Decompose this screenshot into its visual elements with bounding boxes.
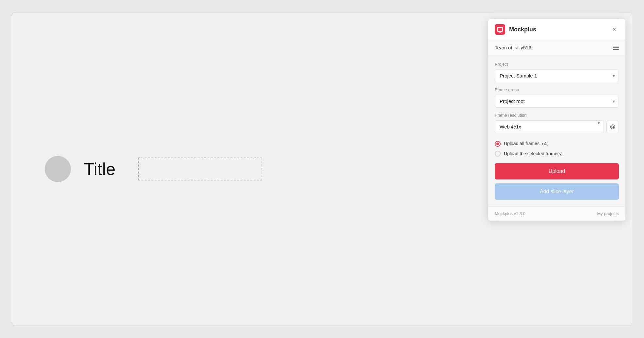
- resolution-select-wrapper: Web @1x Web @2x Mobile @1x Mobile @2x ▾: [495, 120, 604, 133]
- upload-options-group: Upload all frames（4） Upload the selected…: [495, 141, 619, 157]
- my-projects-link[interactable]: My projects: [597, 211, 619, 216]
- canvas-content: Title: [45, 156, 262, 182]
- project-select-wrapper: Project Sample 1 ▾: [495, 69, 619, 82]
- close-button[interactable]: ×: [610, 25, 619, 34]
- resolution-wrapper: Web @1x Web @2x Mobile @1x Mobile @2x ▾: [495, 120, 619, 133]
- mockplus-panel: Mockplus × Team of jialiy516 Project Pro…: [488, 19, 625, 221]
- menu-icon[interactable]: [613, 46, 619, 50]
- radio-all-frames-label: Upload all frames（4）: [504, 141, 551, 147]
- dashed-selection-box: [138, 158, 262, 180]
- frame-resolution-label: Frame resolution: [495, 113, 619, 118]
- frame-group-field: Frame group Project root ▾: [495, 87, 619, 108]
- panel-title: Mockplus: [509, 26, 606, 33]
- project-field-group: Project Project Sample 1 ▾: [495, 62, 619, 82]
- panel-header: Mockplus ×: [488, 19, 625, 40]
- mockplus-logo-icon: [495, 24, 505, 35]
- radio-selected-frames-label: Upload the selected frame(s): [504, 151, 563, 156]
- upload-button[interactable]: Upload: [495, 163, 619, 179]
- avatar: [45, 156, 71, 182]
- team-bar: Team of jialiy516: [488, 40, 625, 55]
- radio-selected-frames[interactable]: Upload the selected frame(s): [495, 151, 619, 157]
- app-window: Title Mockplus × Team of jialiy516: [12, 12, 632, 326]
- radio-selected-frames-circle: [495, 151, 501, 157]
- at-symbol-icon: [610, 124, 615, 129]
- frame-group-select-wrapper: Project root ▾: [495, 95, 619, 108]
- project-label: Project: [495, 62, 619, 67]
- frame-group-select[interactable]: Project root: [495, 95, 619, 108]
- project-select[interactable]: Project Sample 1: [495, 69, 619, 82]
- resolution-select[interactable]: Web @1x Web @2x Mobile @1x Mobile @2x: [495, 120, 604, 133]
- panel-body: Project Project Sample 1 ▾ Frame group P…: [488, 55, 625, 206]
- radio-all-frames-circle: [495, 141, 501, 147]
- version-label: Mockplus v1.3.0: [495, 211, 525, 216]
- frame-resolution-field: Frame resolution Web @1x Web @2x Mobile …: [495, 113, 619, 133]
- logo-inner: [497, 27, 503, 32]
- at-icon-button[interactable]: [606, 121, 619, 133]
- radio-all-frames[interactable]: Upload all frames（4）: [495, 141, 619, 147]
- add-slice-layer-button[interactable]: Add slice layer: [495, 183, 619, 200]
- canvas-title: Title: [84, 159, 115, 179]
- svg-point-0: [612, 126, 614, 128]
- panel-footer: Mockplus v1.3.0 My projects: [488, 206, 625, 221]
- svg-point-1: [611, 125, 615, 129]
- team-name: Team of jialiy516: [495, 45, 531, 50]
- frame-group-label: Frame group: [495, 87, 619, 92]
